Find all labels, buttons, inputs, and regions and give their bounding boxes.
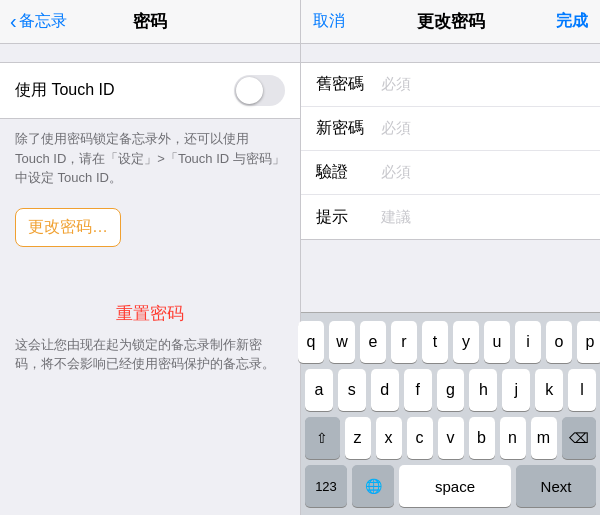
key-w[interactable]: w <box>329 321 355 363</box>
old-password-label: 舊密碼 <box>316 74 371 95</box>
keyboard-row-1: q w e r t y u i o p <box>305 321 596 363</box>
key-u[interactable]: u <box>484 321 510 363</box>
key-l[interactable]: l <box>568 369 596 411</box>
key-d[interactable]: d <box>371 369 399 411</box>
key-o[interactable]: o <box>546 321 572 363</box>
key-k[interactable]: k <box>535 369 563 411</box>
numbers-key[interactable]: 123 <box>305 465 347 507</box>
hint-label: 提示 <box>316 207 371 228</box>
globe-key[interactable]: 🌐 <box>352 465 394 507</box>
shift-key[interactable]: ⇧ <box>305 417 340 459</box>
key-x[interactable]: x <box>376 417 402 459</box>
old-password-row: 舊密碼 必須 <box>301 63 600 107</box>
touch-id-description: 除了使用密码锁定备忘录外，还可以使用 Touch ID，请在「设定」>「Touc… <box>0 119 300 198</box>
new-password-label: 新密碼 <box>316 118 371 139</box>
new-password-hint: 必須 <box>381 119 411 138</box>
verify-password-label: 驗證 <box>316 162 371 183</box>
hint-row: 提示 建議 <box>301 195 600 239</box>
key-h[interactable]: h <box>469 369 497 411</box>
key-c[interactable]: c <box>407 417 433 459</box>
key-g[interactable]: g <box>437 369 465 411</box>
cancel-button[interactable]: 取消 <box>313 11 345 32</box>
key-q[interactable]: q <box>298 321 324 363</box>
old-password-hint: 必須 <box>381 75 411 94</box>
next-key[interactable]: Next <box>516 465 596 507</box>
right-nav-title: 更改密码 <box>417 10 485 33</box>
keyboard-row-2: a s d f g h j k l <box>305 369 596 411</box>
reset-section: 重置密码 这会让您由现在起为锁定的备忘录制作新密码，将不会影响已经使用密码保护的… <box>0 277 300 516</box>
keyboard-row-3: ⇧ z x c v b n m ⌫ <box>305 417 596 459</box>
key-f[interactable]: f <box>404 369 432 411</box>
back-label: 备忘录 <box>19 11 67 32</box>
key-m[interactable]: m <box>531 417 557 459</box>
delete-key[interactable]: ⌫ <box>562 417 597 459</box>
key-e[interactable]: e <box>360 321 386 363</box>
key-r[interactable]: r <box>391 321 417 363</box>
right-nav-bar: 取消 更改密码 完成 <box>301 0 600 44</box>
change-password-button[interactable]: 更改密码… <box>15 208 121 247</box>
done-button[interactable]: 完成 <box>556 11 588 32</box>
verify-password-row: 驗證 必須 <box>301 151 600 195</box>
keyboard-bottom-row: 123 🌐 space Next <box>305 465 596 507</box>
toggle-knob <box>236 77 263 104</box>
left-nav-bar: ‹ 备忘录 密码 <box>0 0 300 44</box>
key-j[interactable]: j <box>502 369 530 411</box>
space-key[interactable]: space <box>399 465 511 507</box>
reset-password-description: 这会让您由现在起为锁定的备忘录制作新密码，将不会影响已经使用密码保护的备忘录。 <box>0 335 300 374</box>
left-panel: ‹ 备忘录 密码 使用 Touch ID 除了使用密码锁定备忘录外，还可以使用 … <box>0 0 300 515</box>
key-i[interactable]: i <box>515 321 541 363</box>
new-password-row: 新密碼 必須 <box>301 107 600 151</box>
change-password-form: 舊密碼 必須 新密碼 必須 驗證 必須 提示 建議 <box>301 62 600 240</box>
key-b[interactable]: b <box>469 417 495 459</box>
key-n[interactable]: n <box>500 417 526 459</box>
verify-password-hint: 必須 <box>381 163 411 182</box>
key-y[interactable]: y <box>453 321 479 363</box>
touch-id-label: 使用 Touch ID <box>15 80 115 101</box>
left-nav-title: 密码 <box>133 10 167 33</box>
right-panel: 取消 更改密码 完成 舊密碼 必須 新密碼 必須 驗證 必須 提示 建議 q w… <box>300 0 600 515</box>
reset-password-title: 重置密码 <box>116 302 184 325</box>
key-a[interactable]: a <box>305 369 333 411</box>
touch-id-toggle[interactable] <box>234 75 285 106</box>
key-v[interactable]: v <box>438 417 464 459</box>
key-z[interactable]: z <box>345 417 371 459</box>
back-button[interactable]: ‹ 备忘录 <box>10 10 67 33</box>
back-chevron-icon: ‹ <box>10 10 17 33</box>
key-t[interactable]: t <box>422 321 448 363</box>
touch-id-section: 使用 Touch ID <box>0 62 300 119</box>
key-p[interactable]: p <box>577 321 600 363</box>
hint-hint: 建議 <box>381 208 411 227</box>
keyboard: q w e r t y u i o p a s d f g h j k l ⇧ … <box>301 312 600 515</box>
key-s[interactable]: s <box>338 369 366 411</box>
